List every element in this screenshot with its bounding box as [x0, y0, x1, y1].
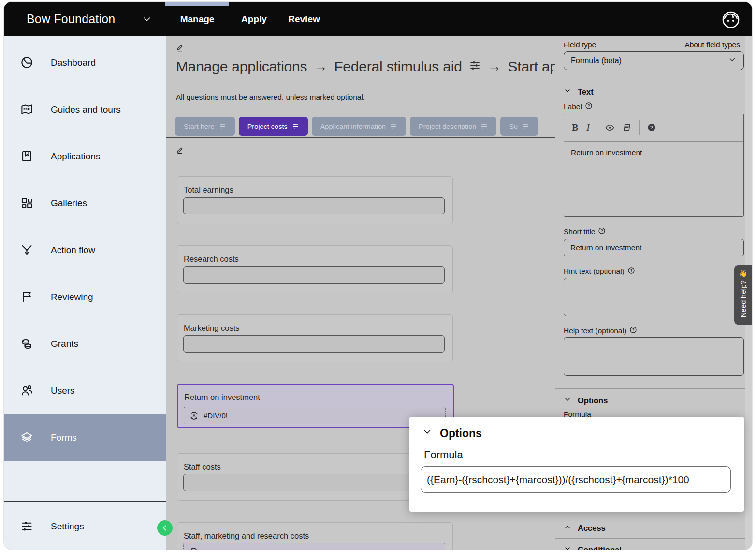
sidebar-item-guides-and-tours[interactable]: Guides and tours [4, 86, 166, 133]
text-field-input[interactable] [183, 197, 445, 214]
field-label: Total earnings [184, 185, 233, 195]
sidebar-item-applications[interactable]: Applications [4, 133, 166, 180]
chevron-down-icon[interactable] [142, 14, 152, 27]
sliders-icon[interactable] [469, 58, 481, 75]
popup-options-header[interactable]: Options [422, 427, 482, 440]
topnav-review[interactable]: Review [282, 2, 326, 36]
panel-divider [555, 388, 752, 389]
italic-icon[interactable]: I [586, 122, 590, 133]
breadcrumb-program-name[interactable]: Federal stimulus aid [334, 58, 462, 75]
hint-text-input[interactable] [564, 278, 744, 316]
gauge-icon [20, 56, 33, 69]
need-help-label: Need help? [740, 280, 747, 317]
org-switcher[interactable]: Bow Foundation [27, 2, 115, 36]
sidebar-item-forms[interactable]: Forms [4, 414, 166, 461]
chevron-down-icon [564, 396, 571, 405]
form-tab-start-here[interactable]: Start here [175, 117, 235, 136]
tab-label: Su [509, 123, 518, 130]
app-window: Bow Foundation ManageApplyReview Dashboa… [4, 2, 752, 550]
short-title-input[interactable]: Return on investment [564, 239, 744, 256]
text-section-header[interactable]: Text [564, 87, 744, 97]
sidebar-item-galleries[interactable]: Galleries [4, 180, 166, 227]
help-text-label: Help text (optional)? [564, 326, 744, 336]
label-editor-value[interactable]: Return on investment [564, 142, 743, 164]
field-label: Staff costs [184, 462, 221, 471]
help-circle-icon[interactable]: ? [629, 326, 637, 336]
chevron-down-icon [564, 87, 571, 97]
form-tab-applicant-information[interactable]: Applicant information [312, 117, 406, 136]
sidebar-item-reviewing[interactable]: Reviewing [4, 273, 166, 320]
panel-divider [555, 80, 752, 80]
label-rich-text-editor[interactable]: BI? Return on investment [564, 114, 744, 217]
svg-text:?: ? [650, 125, 654, 130]
topnav-manage[interactable]: Manage [165, 2, 229, 36]
field-label: Marketing costs [184, 324, 240, 333]
form-instructions-text: All questions must be answered, unless m… [176, 93, 365, 101]
need-help-tab[interactable]: 👋 Need help? [734, 265, 752, 325]
svg-text:A: A [192, 549, 195, 550]
help-circle-icon[interactable]: ? [627, 267, 635, 276]
coins-icon [20, 337, 33, 350]
text-field-input[interactable] [183, 474, 445, 491]
field-label: Research costs [184, 255, 239, 264]
access-section-header[interactable]: Access [564, 523, 744, 533]
help-circle-icon[interactable]: ? [598, 227, 606, 237]
conditional-section-header[interactable]: Conditional [564, 545, 744, 550]
eye-icon[interactable] [605, 123, 615, 133]
about-field-types-link[interactable]: About field types [684, 41, 740, 49]
popup-formula-input[interactable]: ({Earn}-({rschcost}+{marcost}))/({rschco… [421, 466, 731, 493]
sidebar-item-label: Reviewing [51, 292, 93, 302]
field-card-staff-marketing-and-research-costs[interactable]: Staff, marketing and research costsA [177, 522, 453, 550]
sidebar-item-label: Action flow [51, 245, 95, 256]
field-card-marketing-costs[interactable]: Marketing costs [177, 314, 453, 362]
formula-auto-icon: A [189, 411, 199, 421]
formula-auto-icon: A [189, 547, 199, 550]
book-bookmark-icon [20, 150, 33, 163]
sidebar-collapse-button[interactable] [157, 520, 173, 536]
form-tab-project-costs[interactable]: Project costs [239, 117, 308, 136]
edit-pencil-icon[interactable] [176, 146, 185, 157]
text-field-input[interactable] [183, 335, 445, 353]
formula-field-input[interactable]: A [183, 543, 445, 550]
sidebar-divider [4, 501, 166, 502]
sliders-icon [522, 123, 529, 130]
sidebar-item-users[interactable]: Users [4, 367, 166, 414]
flag-icon [20, 290, 33, 303]
breadcrumb-manage-applications[interactable]: Manage applications [176, 58, 307, 75]
help-text-input[interactable] [564, 337, 744, 376]
help-circle-icon[interactable]: ? [585, 102, 593, 112]
formula-field-input[interactable]: A#DIV/0! [184, 407, 446, 424]
edit-pencil-icon[interactable] [176, 44, 185, 54]
sliders-icon [219, 123, 226, 130]
hint-text-label: Hint text (optional)? [564, 267, 744, 276]
svg-text:?: ? [632, 327, 635, 332]
map-icon [20, 103, 33, 116]
breadcrumb-form-name[interactable]: Start ap [508, 58, 555, 75]
sliders-icon [390, 123, 397, 130]
options-spotlight-popup: Options Formula ({Earn}-({rschcost}+{mar… [409, 417, 744, 512]
sidebar-item-settings[interactable]: Settings [4, 503, 166, 550]
text-field-input[interactable] [183, 266, 445, 284]
sliders-icon [480, 123, 488, 130]
breadcrumb-arrow: → [488, 59, 501, 74]
sidebar-item-grants[interactable]: Grants [4, 320, 166, 367]
form-tab-su[interactable]: Su [500, 117, 538, 136]
book-icon[interactable] [622, 123, 632, 132]
org-name: Bow Foundation [27, 12, 115, 26]
field-type-select[interactable]: Formula (beta) [564, 51, 744, 70]
help-filled-icon[interactable]: ? [647, 123, 656, 132]
grid-icon [20, 197, 33, 210]
field-card-total-earnings[interactable]: Total earnings [177, 176, 453, 224]
sidebar-item-label: Grants [51, 339, 78, 349]
sidebar-item-action-flow[interactable]: Action flow [4, 227, 166, 273]
user-avatar-icon[interactable] [721, 10, 741, 31]
form-tab-project-description[interactable]: Project description [410, 117, 496, 136]
options-section-header[interactable]: Options [564, 396, 744, 405]
field-card-research-costs[interactable]: Research costs [177, 245, 453, 293]
topnav-apply[interactable]: Apply [236, 2, 272, 36]
svg-text:?: ? [601, 228, 603, 233]
sidebar-item-dashboard[interactable]: Dashboard [4, 39, 166, 86]
bold-icon[interactable]: B [572, 122, 578, 133]
waving-hand-icon: 👋 [739, 270, 747, 277]
sliders-icon [20, 520, 33, 533]
